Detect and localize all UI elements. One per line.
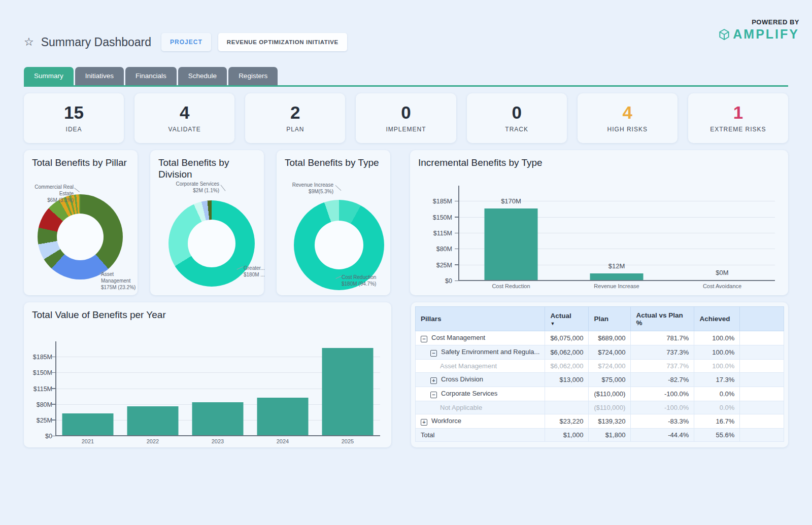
table-row-cross-division[interactable]: +Cross Division$13,000$75,000-82.7%17.3% [416, 373, 784, 387]
plot-area: $0$25M$80M$115M$150M$185M [55, 341, 380, 436]
bar-slot [250, 341, 315, 436]
cell-plan: $689,000 [589, 331, 631, 345]
kpi-card-implement: 0IMPLEMENT [356, 93, 456, 143]
dashboard-content: ☆ Summary Dashboard PROJECT REVENUE OPTI… [24, 0, 788, 447]
kpi-card-extreme-risks: 1EXTREME RISKS [688, 93, 788, 143]
favorite-star-icon[interactable]: ☆ [24, 36, 34, 49]
bar-value-label: $12M [564, 262, 669, 270]
bottom-row: Total Value of Benefits per Year $0$25M$… [24, 302, 788, 447]
cell-blank [740, 373, 784, 387]
tab-initiatives[interactable]: Initiatives [75, 67, 124, 85]
x-axis-label: Cost Avoidance [669, 283, 775, 292]
column-header-achieved[interactable]: Achieved [694, 307, 740, 331]
tab-registers[interactable]: Registers [228, 67, 278, 85]
bar-series: $170M$12M$0M [458, 186, 775, 281]
column-header-pillars[interactable]: Pillars [416, 307, 545, 331]
axis-tick [52, 404, 55, 405]
axis-tick-label: $185M [24, 354, 52, 361]
table-row-workforce[interactable]: +Workforce$23,220$139,320-83.3%16.7% [416, 414, 784, 429]
card-total-benefits-by-division: Total Benefits by Division Corporate Ser… [150, 150, 264, 295]
kpi-label: EXTREME RISKS [710, 126, 766, 133]
cell-pillar: +Cross Division [416, 373, 545, 387]
x-axis-label: Cost Reduction [458, 283, 564, 292]
table-row-asset-management[interactable]: Asset Management$6,062,000$724,000737.7%… [416, 360, 784, 373]
sort-desc-icon[interactable]: ▼ [550, 321, 583, 326]
axis-tick [52, 436, 55, 437]
card-total-benefits-by-type: Total Benefits by Type Revenue Increase$… [277, 150, 390, 295]
pillar-label: Cross Division [441, 375, 483, 383]
x-axis-label: 2025 [315, 438, 380, 447]
table-row-not-applicable[interactable]: Not Applicable($110,000)-100.0%0.0% [416, 401, 784, 414]
donut-annotation: Commercial RealEstate$6M (3.1%) [27, 184, 74, 203]
bar-slot [120, 341, 185, 436]
division-donut-chart [168, 200, 255, 287]
cell-actual: $13,000 [545, 373, 589, 387]
donut-annotation: Greater...$180M ... [244, 265, 277, 278]
pillar-label: Workforce [431, 417, 461, 425]
donut-annotation: Corporate Services$2M (1.1%) [157, 181, 219, 194]
charts-row: Total Benefits by Pillar Commercial Real… [24, 150, 788, 295]
cell-achieved: 100.0% [694, 331, 740, 345]
x-axis-line [55, 435, 380, 436]
cell-actual-vs-plan: -100.0% [631, 401, 694, 414]
collapse-icon[interactable]: − [430, 350, 437, 357]
table-row-corporate-services[interactable]: −Corporate Services($110,000)-100.0%0.0% [416, 387, 784, 401]
axis-tick [455, 264, 458, 265]
cell-actual-vs-plan: 737.3% [631, 345, 694, 360]
axis-tick-label: $150M [24, 369, 52, 376]
collapse-icon[interactable]: − [421, 336, 427, 342]
card-pillars-table: PillarsActual▼PlanActual vs Plan %Achiev… [411, 302, 788, 447]
kpi-label: IDEA [66, 126, 82, 133]
cell-pillar: Not Applicable [416, 401, 545, 414]
kpi-value: 1 [733, 103, 743, 121]
table-row-total[interactable]: Total$1,000$1,800-44.4%55.6% [416, 429, 784, 442]
kpi-row: 15IDEA4VALIDATE2PLAN0IMPLEMENT0TRACK4HIG… [24, 93, 788, 143]
kpi-label: PLAN [286, 126, 304, 133]
cell-achieved: 0.0% [694, 387, 740, 401]
cell-achieved: 0.0% [694, 401, 740, 414]
kpi-label: VALIDATE [168, 126, 201, 133]
column-header-plan[interactable]: Plan [589, 307, 631, 331]
cube-icon [718, 28, 730, 41]
column-header-actual[interactable]: Actual▼ [545, 307, 589, 331]
axis-tick-label: $80M [424, 246, 452, 253]
collapse-icon[interactable]: − [430, 392, 437, 398]
expand-icon[interactable]: + [430, 377, 437, 384]
cell-blank [740, 387, 784, 401]
donut-annotation-line: Greater... [244, 265, 277, 271]
tab-financials[interactable]: Financials [125, 67, 177, 85]
x-axis-labels: 20212022202320242025 [55, 438, 380, 447]
cell-pillar: −Corporate Services [416, 387, 545, 401]
axis-tick [52, 372, 55, 373]
cell-achieved: 100.0% [694, 360, 740, 373]
kpi-value: 0 [401, 103, 411, 121]
x-axis-line [458, 280, 775, 281]
kpi-label: TRACK [505, 126, 528, 133]
cell-achieved: 16.7% [694, 414, 740, 429]
page-title: Summary Dashboard [41, 36, 151, 49]
leader-line [220, 185, 225, 191]
column-header-label: Actual [550, 312, 583, 320]
chart-title: Total Value of Benefits per Year [32, 309, 384, 321]
cell-plan: $724,000 [589, 360, 631, 373]
axis-tick [52, 357, 55, 358]
bar-slot [55, 341, 120, 436]
cell-actual: $1,000 [545, 429, 589, 442]
cell-actual [545, 401, 589, 414]
leader-line [74, 188, 80, 192]
donut-annotation-line: $2M (1.1%) [157, 187, 219, 194]
pillars-table: PillarsActual▼PlanActual vs Plan %Achiev… [415, 306, 784, 442]
axis-tick [455, 281, 458, 282]
cell-pillar: −Safety Environment and Regula... [416, 345, 545, 360]
table-row-cost-management[interactable]: −Cost Management$6,075,000$689,000781.7%… [416, 331, 784, 345]
tab-schedule[interactable]: Schedule [178, 67, 227, 85]
axis-tick [52, 388, 55, 389]
axis-tick-label: $0 [24, 433, 52, 440]
expand-icon[interactable]: + [421, 419, 427, 426]
x-axis-label: 2021 [55, 438, 120, 447]
bar-value-label: $0M [669, 269, 775, 276]
tab-summary[interactable]: Summary [24, 67, 74, 85]
column-header-actual-vs-plan[interactable]: Actual vs Plan % [631, 307, 694, 331]
axis-tick [455, 233, 458, 234]
table-row-safety-environment-and-regula[interactable]: −Safety Environment and Regula...$6,062,… [416, 345, 784, 360]
